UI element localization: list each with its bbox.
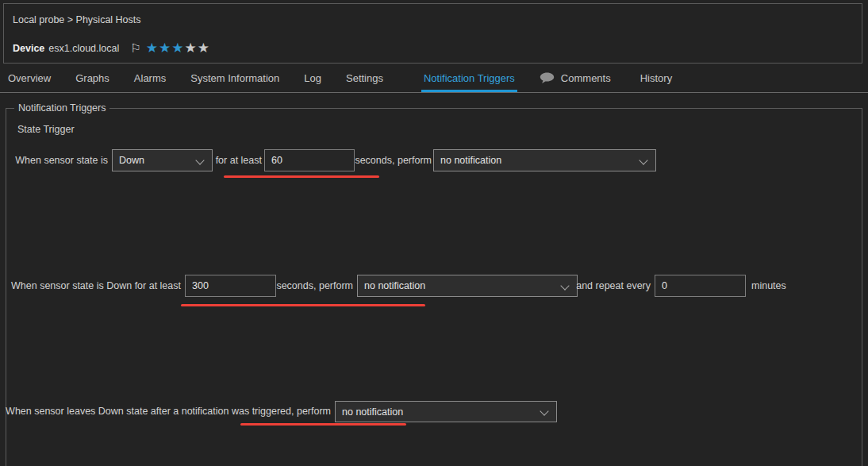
- tab-comments[interactable]: Comments: [540, 64, 611, 92]
- row2-label-seconds-perform: seconds, perform: [276, 280, 353, 291]
- tab-history[interactable]: History: [640, 64, 672, 92]
- row2-notification-select[interactable]: no notification: [357, 275, 578, 297]
- flag-icon[interactable]: ⚐: [130, 41, 140, 56]
- state-trigger-heading: State Trigger: [17, 124, 75, 135]
- annotation-underline: [181, 304, 425, 306]
- row1-state-select[interactable]: Down: [112, 149, 213, 171]
- chevron-down-icon: [195, 156, 204, 164]
- device-header: Local probe > Physical Hosts Device esx1…: [3, 3, 862, 64]
- rating-stars[interactable]: ★★★★★: [146, 40, 210, 56]
- annotation-underline: [224, 175, 379, 178]
- group-legend: Notification Triggers: [14, 102, 109, 114]
- tab-graphs[interactable]: Graphs: [75, 64, 109, 92]
- row1-label-seconds-perform: seconds, perform: [355, 155, 432, 166]
- device-label: Device: [13, 43, 44, 54]
- row2-label-and-repeat-every: and repeat every: [576, 280, 651, 291]
- row2-repeat-minutes-input[interactable]: [655, 275, 746, 297]
- tab-alarms[interactable]: Alarms: [134, 64, 166, 92]
- row3-notification-select[interactable]: no notification: [335, 401, 557, 422]
- row1-seconds-input[interactable]: [264, 149, 355, 171]
- device-title-row: Device esx1.cloud.local ⚐ ★★★★★: [13, 40, 210, 56]
- breadcrumb[interactable]: Local probe > Physical Hosts: [13, 14, 141, 25]
- chevron-down-icon: [639, 156, 647, 164]
- annotation-underline: [240, 423, 406, 426]
- prtg-device-page: Local probe > Physical Hosts Device esx1…: [0, 0, 868, 466]
- chevron-down-icon: [540, 406, 548, 415]
- tab-settings[interactable]: Settings: [346, 64, 383, 92]
- star-icon[interactable]: ★: [184, 40, 197, 56]
- row2-seconds-input[interactable]: [185, 275, 276, 297]
- star-icon[interactable]: ★: [171, 40, 184, 56]
- star-icon[interactable]: ★: [146, 40, 159, 56]
- tab-notification-triggers[interactable]: Notification Triggers: [424, 64, 515, 92]
- tab-bar: Overview Graphs Alarms System Informatio…: [0, 64, 868, 93]
- star-icon[interactable]: ★: [198, 40, 210, 56]
- row1-label-when-sensor-state-is: When sensor state is: [15, 155, 108, 166]
- row1-label-for-at-least: for at least: [216, 155, 262, 166]
- tab-system-information[interactable]: System Information: [190, 64, 279, 92]
- tab-log[interactable]: Log: [304, 64, 321, 92]
- chevron-down-icon: [560, 281, 569, 290]
- device-name: esx1.cloud.local: [48, 43, 119, 54]
- tab-overview[interactable]: Overview: [8, 64, 51, 92]
- speech-bubble-icon: [540, 72, 555, 84]
- star-icon[interactable]: ★: [159, 40, 171, 56]
- row2-label-before: When sensor state is Down for at least: [11, 280, 181, 291]
- row1-notification-select[interactable]: no notification: [433, 149, 656, 171]
- row3-label-before: When sensor leaves Down state after a no…: [6, 406, 331, 417]
- row2-label-minutes: minutes: [751, 280, 786, 291]
